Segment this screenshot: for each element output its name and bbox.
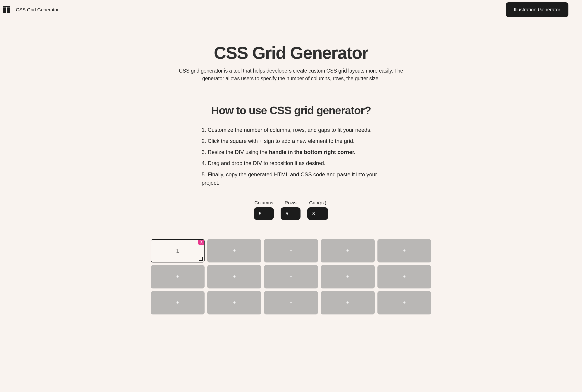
gap-control: Gap(px): [307, 200, 328, 220]
gap-label: Gap(px): [309, 200, 326, 206]
grid-div-close-button[interactable]: X: [198, 240, 204, 245]
howto-step-1: 1. Customize the number of columns, rows…: [202, 126, 380, 134]
grid-cell-add[interactable]: +: [377, 291, 431, 314]
svg-rect-0: [3, 6, 10, 7]
plus-icon: +: [233, 300, 236, 306]
plus-icon: +: [176, 274, 179, 280]
howto-step-5: 5. Finally, copy the generated HTML and …: [202, 170, 380, 187]
grid-cell-add[interactable]: +: [377, 265, 431, 288]
plus-icon: +: [233, 248, 236, 254]
page-title: CSS Grid Generator: [178, 44, 404, 62]
page-description: CSS grid generator is a tool that helps …: [178, 67, 404, 82]
resize-handle-icon[interactable]: [200, 258, 203, 261]
grid-controls: Columns Rows Gap(px): [178, 200, 404, 220]
header-left: CSS Grid Generator: [1, 4, 59, 15]
plus-icon: +: [403, 248, 406, 254]
grid-div-1[interactable]: 1 X: [151, 239, 205, 262]
grid-cell-add[interactable]: +: [377, 239, 431, 262]
howto-steps: 1. Customize the number of columns, rows…: [202, 126, 380, 187]
svg-rect-1: [3, 8, 6, 13]
grid-preview-area: 1 X + + + + + + + + + + + + + +: [105, 239, 477, 321]
columns-label: Columns: [254, 200, 273, 206]
grid-div-label: 1: [176, 248, 179, 254]
columns-control: Columns: [254, 200, 274, 220]
plus-icon: +: [233, 274, 236, 280]
plus-icon: +: [403, 300, 406, 306]
app-name: CSS Grid Generator: [16, 7, 59, 12]
grid-cell-add[interactable]: +: [151, 291, 205, 314]
grid-cell-add[interactable]: +: [321, 239, 375, 262]
grid-cell-add[interactable]: +: [207, 239, 261, 262]
grid-cell-add[interactable]: +: [207, 265, 261, 288]
grid-cell-add[interactable]: +: [321, 265, 375, 288]
grid-cell-add[interactable]: +: [151, 265, 205, 288]
main-content: CSS Grid Generator CSS grid generator is…: [173, 20, 409, 220]
grid-cell-add[interactable]: +: [207, 291, 261, 314]
app-header: CSS Grid Generator Illustration Generato…: [0, 0, 582, 20]
plus-icon: +: [346, 274, 349, 280]
rows-control: Rows: [280, 200, 301, 220]
plus-icon: +: [290, 274, 293, 280]
columns-input[interactable]: [254, 207, 274, 220]
howto-title: How to use CSS grid generator?: [202, 104, 380, 117]
plus-icon: +: [176, 300, 179, 306]
howto-step-3: 3. Resize the DIV using the handle in th…: [202, 148, 380, 156]
howto-section: How to use CSS grid generator? 1. Custom…: [202, 104, 380, 187]
grid-cell-add[interactable]: +: [264, 291, 318, 314]
logo-icon: [1, 4, 12, 15]
rows-input[interactable]: [280, 207, 301, 220]
howto-step-4: 4. Drag and drop the DIV to reposition i…: [202, 159, 380, 167]
plus-icon: +: [403, 274, 406, 280]
gap-input[interactable]: [307, 207, 328, 220]
plus-icon: +: [346, 300, 349, 306]
plus-icon: +: [290, 248, 293, 254]
grid-cell-add[interactable]: +: [321, 291, 375, 314]
rows-label: Rows: [285, 200, 297, 206]
illustration-generator-button[interactable]: Illustration Generator: [506, 2, 568, 17]
plus-icon: +: [290, 300, 293, 306]
plus-icon: +: [346, 248, 349, 254]
grid-logo-icon: [2, 5, 11, 14]
grid-preview: 1 X + + + + + + + + + + + + + +: [151, 239, 431, 314]
grid-cell-add[interactable]: +: [264, 239, 318, 262]
svg-rect-2: [7, 8, 10, 13]
grid-cell-add[interactable]: +: [264, 265, 318, 288]
howto-step-2: 2. Click the square with + sign to add a…: [202, 137, 380, 145]
